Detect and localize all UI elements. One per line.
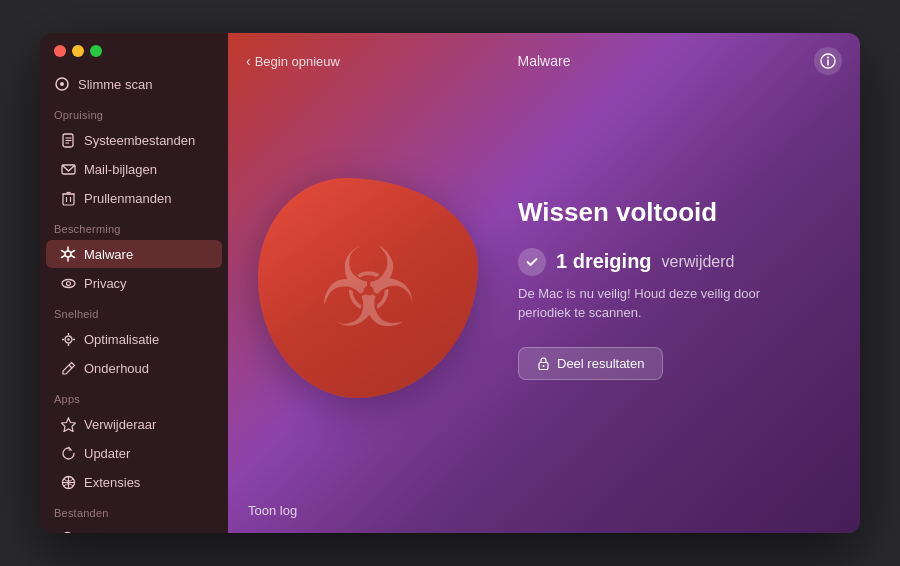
svg-point-1 [60, 82, 64, 86]
updater-icon [60, 445, 76, 461]
section-label-bestanden: Bestanden [40, 497, 228, 523]
svg-rect-7 [63, 194, 74, 205]
svg-line-17 [62, 256, 65, 258]
info-icon [820, 53, 836, 69]
verwijderaar-label: Verwijderaar [84, 417, 156, 432]
section-label-bescherming: Bescherming [40, 213, 228, 239]
svg-point-44 [827, 57, 829, 59]
ruimtezoeker-icon [60, 530, 76, 533]
trash-icon [60, 190, 76, 206]
share-results-button[interactable]: Deel resultaten [518, 347, 663, 380]
result-title: Wissen voltooid [518, 197, 810, 228]
svg-point-26 [67, 338, 69, 340]
updater-label: Updater [84, 446, 130, 461]
maximize-button[interactable] [90, 45, 102, 57]
sidebar-item-systeembestanden[interactable]: Systeembestanden [46, 126, 222, 154]
result-description: De Mac is nu veilig! Houd deze veilig do… [518, 284, 810, 323]
traffic-lights [40, 45, 228, 69]
app-window: Slimme scan Opruising Systeembestanden [40, 33, 860, 533]
prullenmanden-label: Prullenmanden [84, 191, 171, 206]
sidebar-item-extensies[interactable]: Extensies [46, 468, 222, 496]
checkmark-icon [518, 248, 546, 276]
sidebar-item-malware[interactable]: Malware [46, 240, 222, 268]
svg-point-20 [66, 281, 70, 285]
slimme-scan-icon [54, 76, 70, 92]
main-footer: Toon log [228, 491, 860, 533]
back-button[interactable]: ‹ Begin opnieuw [246, 53, 340, 69]
header-icon-button[interactable] [814, 47, 842, 75]
biohazard-symbol: ☣ [319, 233, 418, 343]
extensies-label: Extensies [84, 475, 140, 490]
malware-illustration: ☣ [248, 168, 488, 408]
section-label-apps: Apps [40, 383, 228, 409]
systeembestanden-icon [60, 132, 76, 148]
minimize-button[interactable] [72, 45, 84, 57]
share-button-label: Deel resultaten [557, 356, 644, 371]
optimalisatie-icon [60, 331, 76, 347]
svg-marker-28 [61, 418, 75, 432]
privacy-label: Privacy [84, 276, 127, 291]
chevron-left-icon: ‹ [246, 53, 251, 69]
ruimtezoeker-label: Ruimtezoeker [84, 531, 164, 534]
verwijderaar-icon [60, 416, 76, 432]
section-bescherming: Bescherming Malware [40, 213, 228, 298]
sidebar: Slimme scan Opruising Systeembestanden [40, 33, 228, 533]
sidebar-item-updater[interactable]: Updater [46, 439, 222, 467]
back-label: Begin opnieuw [255, 54, 340, 69]
systeembestanden-label: Systeembestanden [84, 133, 195, 148]
onderhoud-icon [60, 360, 76, 376]
threat-count-row: 1 dreiging verwijderd [518, 248, 810, 276]
section-label-snelheid: Snelheid [40, 298, 228, 324]
extensies-icon [60, 474, 76, 490]
section-bestanden: Bestanden Ruimtezoeker [40, 497, 228, 533]
header-title: Malware [518, 53, 571, 69]
main-header: ‹ Begin opnieuw Malware [228, 33, 860, 85]
optimalisatie-label: Optimalisatie [84, 332, 159, 347]
mail-icon [60, 161, 76, 177]
biohazard-background: ☣ [258, 178, 478, 398]
svg-point-12 [65, 251, 71, 257]
section-snelheid: Snelheid Optimalisatie [40, 298, 228, 383]
svg-line-18 [71, 251, 74, 253]
sidebar-item-ruimtezoeker[interactable]: Ruimtezoeker [46, 524, 222, 533]
main-content: ☣ Wissen voltooid 1 dreiging verwijderd … [228, 85, 860, 491]
section-apps: Apps Verwijderaar Updater [40, 383, 228, 497]
svg-point-32 [62, 532, 72, 533]
sidebar-item-onderhoud[interactable]: Onderhoud [46, 354, 222, 382]
main-panel: ‹ Begin opnieuw Malware ☣ Wisse [228, 33, 860, 533]
close-button[interactable] [54, 45, 66, 57]
svg-line-27 [69, 365, 72, 368]
section-label-opruising: Opruising [40, 99, 228, 125]
mail-bijlagen-label: Mail-bijlagen [84, 162, 157, 177]
sidebar-item-optimalisatie[interactable]: Optimalisatie [46, 325, 222, 353]
lock-icon [537, 357, 550, 370]
svg-line-15 [62, 251, 65, 253]
malware-label: Malware [84, 247, 133, 262]
svg-line-16 [71, 256, 74, 258]
malware-icon [60, 246, 76, 262]
sidebar-item-slimme-scan[interactable]: Slimme scan [40, 69, 228, 99]
svg-point-19 [62, 279, 75, 287]
result-content: Wissen voltooid 1 dreiging verwijderd De… [488, 197, 810, 380]
svg-point-46 [543, 365, 545, 367]
privacy-icon [60, 275, 76, 291]
threat-removed-label: verwijderd [662, 253, 735, 271]
sidebar-item-mail-bijlagen[interactable]: Mail-bijlagen [46, 155, 222, 183]
section-opruising: Opruising Systeembestanden [40, 99, 228, 213]
sidebar-item-prullenmanden[interactable]: Prullenmanden [46, 184, 222, 212]
slimme-scan-label: Slimme scan [78, 77, 152, 92]
sidebar-item-verwijderaar[interactable]: Verwijderaar [46, 410, 222, 438]
show-log-button[interactable]: Toon log [248, 503, 297, 518]
sidebar-item-privacy[interactable]: Privacy [46, 269, 222, 297]
onderhoud-label: Onderhoud [84, 361, 149, 376]
threat-count: 1 dreiging [556, 250, 652, 273]
